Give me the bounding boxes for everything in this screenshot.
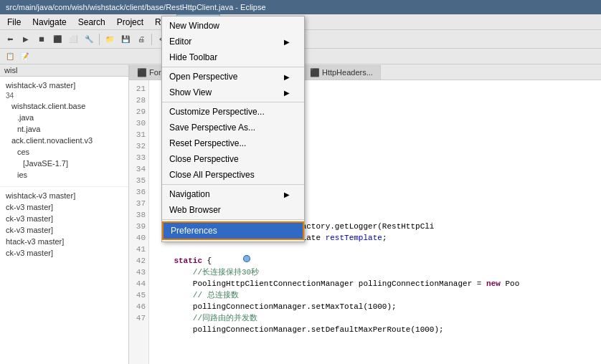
toolbar-btn-9[interactable]: 🖨 — [134, 32, 148, 47]
menu-hide-toolbar[interactable]: Hide Toolbar — [162, 49, 304, 65]
menu-divider-1 — [162, 67, 304, 67]
menu-divider-4 — [162, 219, 304, 220]
sidebar-item-7[interactable]: ies — [0, 169, 128, 181]
menu-show-view[interactable]: Show View ▶ — [162, 85, 304, 100]
toolbar-btn-2[interactable]: ▶ — [19, 32, 33, 47]
sidebar-item-6[interactable]: [JavaSE-1.7] — [0, 158, 128, 169]
show-view-arrow-icon: ▶ — [284, 89, 290, 97]
navigation-arrow-icon: ▶ — [284, 191, 290, 198]
toolbar-btn-8[interactable]: 💾 — [118, 32, 133, 47]
open-perspective-arrow-icon: ▶ — [284, 73, 290, 81]
menu-file[interactable]: File — [1, 14, 27, 29]
menu-preferences[interactable]: Preferences — [162, 221, 304, 240]
menu-navigate[interactable]: Navigate — [27, 14, 72, 29]
menu-close-all-perspectives[interactable]: Close All Perspectives — [162, 167, 304, 183]
editor-tab-2[interactable]: ⬛ HttpHeaders... — [302, 65, 381, 80]
toolbar-sep-1 — [99, 34, 100, 45]
menu-navigation[interactable]: Navigation ▶ — [162, 186, 304, 202]
sidebar-bottom-0[interactable]: wishtack-v3 master] — [0, 190, 128, 201]
sidebar-header: wisl — [0, 64, 128, 77]
sidebar-bottom-section: wishtack-v3 master] ck-v3 master] ck-v3 … — [0, 186, 128, 259]
sidebar-item-5[interactable]: ces — [0, 146, 128, 158]
toolbar-btn-5[interactable]: ⬜ — [66, 32, 80, 47]
toolbar2-btn-2[interactable]: 📝 — [17, 49, 32, 64]
toolbar-btn-7[interactable]: 📁 — [103, 32, 117, 47]
sidebar-bottom-4[interactable]: htack-v3 master] — [0, 236, 128, 247]
window-menu-dropdown: New Window Editor ▶ Hide Toolbar Open Pe… — [161, 16, 305, 242]
menu-project[interactable]: Project — [111, 14, 149, 29]
toolbar2-btn-1[interactable]: 📋 — [3, 49, 17, 64]
toolbar-btn-4[interactable]: ⬛ — [50, 32, 65, 47]
toolbar-btn-3[interactable]: ⏹ — [34, 32, 49, 47]
menu-close-perspective[interactable]: Close Perspective — [162, 151, 304, 167]
menu-divider-3 — [162, 184, 304, 185]
sidebar-item-4[interactable]: ack.client.novaclient.v3 — [0, 135, 128, 146]
menu-divider-2 — [162, 102, 304, 102]
menu-reset-perspective[interactable]: Reset Perspective... — [162, 135, 304, 151]
sidebar: wisl wishtack-v3 master] 34 wishstack.cl… — [0, 64, 129, 364]
toolbar-btn-1[interactable]: ⬅ — [3, 32, 17, 47]
menu-new-window[interactable]: New Window — [162, 18, 304, 34]
menu-open-perspective[interactable]: Open Perspective ▶ — [162, 69, 304, 85]
menu-search[interactable]: Search — [72, 14, 111, 29]
toolbar-sep-2 — [151, 34, 152, 45]
sidebar-num: 34 — [0, 91, 128, 100]
sidebar-item-3[interactable]: nt.java — [0, 123, 128, 135]
title-bar: src/main/java/com/wish/wishstack/client/… — [0, 0, 601, 14]
menu-save-perspective[interactable]: Save Perspective As... — [162, 120, 304, 135]
sidebar-item-0[interactable]: wishtack-v3 master] — [0, 80, 128, 91]
menu-editor[interactable]: Editor ▶ — [162, 34, 304, 49]
menu-web-browser[interactable]: Web Browser — [162, 202, 304, 218]
line-numbers: 21 28 29 30 31 32 33 34 35 36 37 38 39 4… — [129, 80, 149, 364]
sidebar-content: wishtack-v3 master] 34 wishstack.client.… — [0, 77, 128, 262]
editor-arrow-icon: ▶ — [284, 38, 290, 46]
sidebar-item-2[interactable]: .java — [0, 112, 128, 123]
sidebar-bottom-5[interactable]: ck-v3 master] — [0, 247, 128, 259]
sidebar-item-1[interactable]: wishstack.client.base — [0, 100, 128, 112]
title-text: src/main/java/com/wish/wishstack/client/… — [6, 3, 266, 11]
sidebar-bottom-3[interactable]: ck-v3 master] — [0, 224, 128, 236]
sidebar-bottom-2[interactable]: ck-v3 master] — [0, 213, 128, 224]
toolbar-btn-6[interactable]: 🔧 — [82, 32, 96, 47]
menu-customize-perspective[interactable]: Customize Perspective... — [162, 104, 304, 120]
sidebar-bottom-1[interactable]: ck-v3 master] — [0, 201, 128, 213]
sidebar-title: wisl — [4, 66, 17, 75]
